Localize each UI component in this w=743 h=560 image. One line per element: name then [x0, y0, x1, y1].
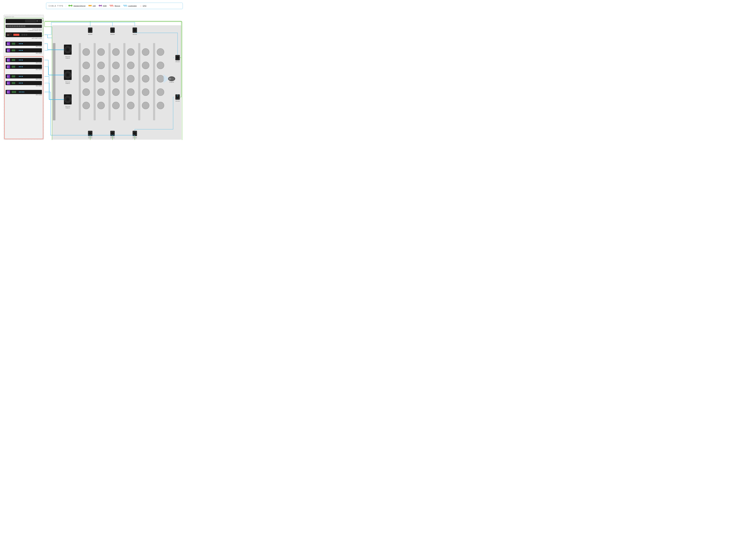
svg-rect-103: [12, 82, 12, 84]
svg-rect-117: [14, 91, 14, 93]
svg-rect-129: [123, 43, 125, 120]
svg-text:SR1030: SR1030: [175, 100, 180, 102]
svg-point-140: [97, 62, 104, 69]
svg-point-205: [169, 78, 171, 80]
svg-text:DCA 1222: DCA 1222: [36, 46, 42, 47]
svg-rect-67: [12, 59, 12, 61]
svg-rect-45: [14, 43, 14, 45]
svg-point-136: [127, 48, 134, 55]
diagram-svg: Equipment rack DCIO-H DCIO-H Q-SYS NS Se…: [1, 13, 184, 140]
svg-rect-125: [52, 25, 181, 140]
svg-point-175: [66, 98, 69, 101]
svg-text:1644: 1644: [7, 92, 9, 93]
svg-point-158: [97, 102, 104, 109]
svg-rect-94: [14, 75, 15, 77]
svg-point-148: [127, 75, 134, 82]
legend-item-micline: Mic/Line: [110, 5, 120, 7]
hdmi-icon: [99, 5, 102, 7]
svg-rect-69: [14, 59, 14, 61]
svg-point-152: [97, 89, 104, 96]
svg-point-142: [127, 62, 134, 69]
svg-rect-93: [14, 75, 14, 77]
svg-rect-63: [6, 58, 42, 62]
svg-rect-92: [13, 75, 13, 77]
svg-rect-2: [71, 5, 72, 6]
legend-item-hdmi: HDMI: [99, 5, 107, 7]
svg-point-194: [133, 132, 137, 135]
svg-point-191: [111, 132, 114, 135]
svg-point-134: [97, 48, 104, 55]
svg-rect-131: [153, 43, 155, 120]
svg-point-154: [127, 89, 134, 96]
svg-point-72: [20, 59, 21, 60]
svg-rect-38: [6, 42, 42, 46]
gpio-icon: ↔: [140, 5, 142, 7]
legend-box: CABLE TYPE Standard Ethernet USB: [46, 3, 183, 9]
svg-text:DCA 3022: DCA 3022: [36, 52, 42, 54]
svg-rect-57: [14, 49, 14, 51]
svg-rect-46: [14, 43, 15, 45]
svg-point-33: [21, 34, 23, 36]
svg-point-188: [88, 132, 92, 135]
svg-point-160: [127, 102, 134, 109]
svg-rect-5: [91, 5, 91, 6]
svg-rect-81: [14, 66, 14, 68]
svg-rect-104: [13, 82, 13, 84]
svg-rect-79: [12, 66, 12, 68]
svg-text:DCIO-H: DCIO-H: [37, 20, 42, 22]
svg-rect-105: [14, 82, 14, 84]
legend-items: Standard Ethernet USB HDMI: [69, 4, 146, 7]
svg-rect-19: [7, 26, 9, 27]
svg-point-61: [22, 50, 23, 51]
svg-point-109: [22, 83, 23, 84]
svg-rect-119: [15, 91, 16, 93]
svg-rect-22: [14, 26, 16, 27]
svg-text:DCA 3022: DCA 3022: [36, 69, 42, 70]
svg-point-121: [20, 91, 21, 92]
micline-icon: [110, 5, 114, 7]
legend-item-loudspeaker: Loudspeaker: [123, 5, 137, 7]
svg-text:SR1030: SR1030: [133, 34, 137, 35]
usb-icon: [88, 5, 92, 7]
hdmi-label: HDMI: [103, 5, 107, 7]
svg-rect-51: [6, 48, 42, 52]
svg-rect-91: [12, 75, 12, 77]
svg-point-179: [88, 28, 92, 32]
svg-text:RSB212: RSB212: [65, 107, 70, 109]
legend-item-gpio: ↔ GPIO: [140, 5, 146, 7]
svg-point-108: [20, 83, 21, 84]
svg-point-145: [83, 75, 90, 82]
svg-rect-23: [16, 26, 18, 27]
svg-point-60: [20, 50, 21, 51]
svg-text:3022: 3022: [7, 50, 9, 51]
svg-point-146: [97, 75, 104, 82]
svg-text:1222: 1222: [7, 60, 9, 61]
svg-rect-24: [19, 26, 20, 27]
svg-rect-106: [14, 82, 15, 84]
svg-point-159: [112, 102, 120, 109]
svg-rect-87: [6, 74, 42, 79]
svg-rect-43: [12, 43, 12, 45]
svg-rect-132: [53, 43, 55, 120]
ethernet-icon: [69, 4, 73, 7]
svg-text:Q-SYS NS Series: Q-SYS NS Series: [33, 29, 42, 30]
svg-rect-118: [14, 91, 15, 93]
svg-point-97: [22, 76, 23, 77]
svg-point-155: [142, 89, 149, 96]
svg-point-138: [157, 48, 164, 55]
svg-point-162: [157, 102, 164, 109]
svg-point-133: [83, 48, 90, 55]
legend-item-usb: USB: [88, 5, 96, 7]
svg-rect-8: [101, 5, 101, 6]
svg-point-147: [112, 75, 120, 82]
svg-rect-68: [13, 59, 13, 61]
svg-point-85: [22, 66, 23, 67]
svg-point-165: [66, 48, 69, 51]
svg-text:DCA 1644: DCA 1644: [36, 94, 42, 95]
svg-point-84: [20, 66, 21, 67]
svg-rect-130: [138, 43, 140, 120]
svg-point-144: [157, 62, 164, 69]
legend-title: CABLE TYPE: [49, 5, 66, 7]
svg-text:RSB212: RSB212: [65, 83, 70, 84]
svg-point-141: [112, 62, 120, 69]
